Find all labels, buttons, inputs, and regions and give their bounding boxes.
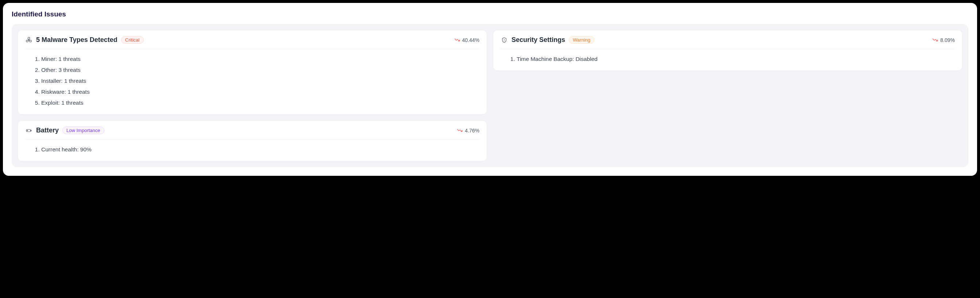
card-malware[interactable]: 5 Malware Types Detected Critical 40.44% — [18, 30, 487, 114]
card-security-settings[interactable]: Security Settings Warning 8.09% — [493, 30, 963, 71]
list-item: Other: 3 threats — [41, 65, 479, 76]
list-item: Time Machine Backup: Disabled — [517, 54, 955, 65]
card-body: Current health: 90% — [25, 140, 479, 155]
severity-badge: Warning — [569, 36, 594, 44]
card-header: Security Settings Warning 8.09% — [501, 36, 955, 49]
left-column: 5 Malware Types Detected Critical 40.44% — [18, 30, 487, 161]
shield-icon — [501, 36, 508, 44]
trend-down-icon — [454, 38, 460, 42]
severity-badge: Low Importance — [62, 127, 104, 134]
svg-point-3 — [30, 40, 31, 41]
trend-percent: 40.44% — [462, 37, 479, 43]
card-header: Battery Low Importance 4.76% — [25, 127, 479, 140]
list-item: Miner: 1 threats — [41, 54, 479, 65]
svg-point-2 — [26, 40, 28, 41]
trend-down-icon — [457, 128, 463, 133]
card-header: 5 Malware Types Detected Critical 40.44% — [25, 36, 479, 49]
trend-value: 8.09% — [932, 37, 955, 43]
card-body: Miner: 1 threats Other: 3 threats Instal… — [25, 49, 479, 108]
issue-list: Current health: 90% — [25, 144, 479, 155]
svg-rect-5 — [27, 130, 28, 131]
card-body: Time Machine Backup: Disabled — [501, 49, 955, 65]
battery-icon — [25, 127, 32, 134]
right-column: Security Settings Warning 8.09% — [493, 30, 963, 71]
svg-rect-6 — [31, 130, 31, 131]
trend-value: 4.76% — [457, 128, 479, 133]
window: Identified Issues — [3, 3, 977, 176]
card-title: Battery — [36, 127, 59, 134]
trend-value: 40.44% — [454, 37, 479, 43]
card-title: 5 Malware Types Detected — [36, 36, 118, 44]
issue-list: Miner: 1 threats Other: 3 threats Instal… — [25, 54, 479, 108]
card-battery[interactable]: Battery Low Importance 4.76% — [18, 120, 487, 161]
list-item: Riskware: 1 threats — [41, 86, 479, 97]
list-item: Current health: 90% — [41, 144, 479, 155]
biohazard-icon — [25, 36, 32, 44]
severity-badge: Critical — [121, 36, 144, 44]
card-title: Security Settings — [512, 36, 565, 44]
svg-point-1 — [28, 37, 30, 39]
svg-point-0 — [28, 40, 29, 41]
issues-panel: 5 Malware Types Detected Critical 40.44% — [12, 24, 968, 167]
trend-percent: 8.09% — [940, 37, 955, 43]
page-title: Identified Issues — [12, 10, 968, 18]
trend-down-icon — [932, 38, 938, 42]
issue-list: Time Machine Backup: Disabled — [501, 54, 955, 65]
cards-grid: 5 Malware Types Detected Critical 40.44% — [18, 30, 963, 161]
list-item: Installer: 1 threats — [41, 76, 479, 86]
list-item: Exploit: 1 threats — [41, 97, 479, 108]
trend-percent: 4.76% — [465, 128, 479, 133]
